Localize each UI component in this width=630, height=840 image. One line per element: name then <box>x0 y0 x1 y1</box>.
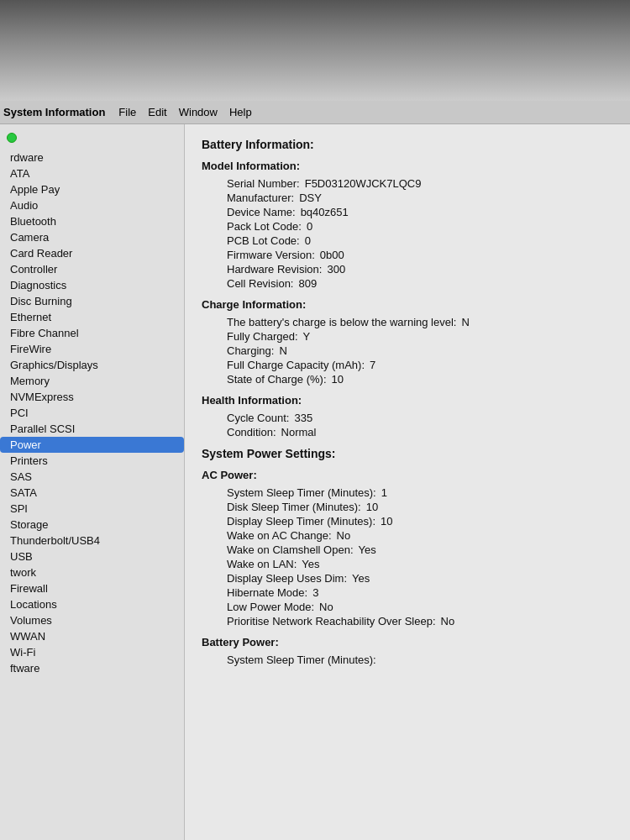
sidebar-item-2[interactable]: Apple Pay <box>0 181 184 197</box>
health-info-label: Health Information: <box>202 394 302 407</box>
ac-power-group: AC Power: System Sleep Timer (Minutes):1… <box>202 469 613 627</box>
info-value-1: Y <box>303 330 311 343</box>
info-value-0: 335 <box>294 412 312 424</box>
sidebar-item-26[interactable]: twork <box>0 564 184 580</box>
sidebar-item-15[interactable]: NVMExpress <box>0 389 184 405</box>
info-label-0: Serial Number: <box>227 177 300 190</box>
info-value-3: 0 <box>307 220 312 233</box>
info-value-1: Normal <box>281 426 317 438</box>
info-row-6: Display Sleep Uses Dim:Yes <box>202 572 613 585</box>
sidebar-item-31[interactable]: Wi-Fi <box>0 644 184 660</box>
sidebar-item-28[interactable]: Locations <box>0 596 184 612</box>
charge-info-label-row: Charge Information: <box>202 298 613 314</box>
info-row-2: Display Sleep Timer (Minutes):10 <box>202 515 613 528</box>
info-label-3: Pack Lot Code: <box>227 220 302 233</box>
info-row-1: Manufacturer:DSY <box>202 192 613 204</box>
info-label-0: Cycle Count: <box>227 412 289 424</box>
info-value-7: 3 <box>312 586 318 599</box>
info-value-4: 10 <box>332 373 344 386</box>
info-value-2: N <box>279 344 286 357</box>
info-label-3: Full Charge Capacity (mAh): <box>227 359 365 371</box>
info-label-9: Prioritise Network Reachability Over Sle… <box>227 615 436 627</box>
info-row-6: Hardware Revision:300 <box>202 263 613 276</box>
info-label-4: State of Charge (%): <box>227 373 327 386</box>
sidebar-item-6[interactable]: Card Reader <box>0 245 184 261</box>
info-value-0: F5D03120WJCK7LQC9 <box>305 177 422 190</box>
info-row-4: Wake on Clamshell Open:Yes <box>202 543 613 556</box>
info-row-4: PCB Lot Code:0 <box>202 234 613 247</box>
sidebar-item-24[interactable]: Thunderbolt/USB4 <box>0 533 184 549</box>
health-info-group: Health Information: Cycle Count:335Condi… <box>202 394 613 438</box>
sidebar-item-19[interactable]: Printers <box>0 453 184 469</box>
info-value-1: 10 <box>366 501 378 513</box>
sidebar-item-11[interactable]: Fibre Channel <box>0 325 184 341</box>
sidebar-item-20[interactable]: SAS <box>0 469 184 485</box>
sidebar-item-10[interactable]: Ethernet <box>0 309 184 325</box>
info-value-5: 0b00 <box>320 249 344 261</box>
info-row-3: Full Charge Capacity (mAh):7 <box>202 359 613 371</box>
info-value-7: 809 <box>298 277 317 290</box>
sidebar-item-7[interactable]: Controller <box>0 261 184 277</box>
menu-edit[interactable]: Edit <box>148 106 166 118</box>
info-label-3: Wake on AC Change: <box>227 529 332 542</box>
sidebar-item-3[interactable]: Audio <box>0 197 184 213</box>
sidebar-item-30[interactable]: WWAN <box>0 628 184 644</box>
app-window: rdwareATAApple PayAudioBluetoothCameraCa… <box>0 124 630 840</box>
app-name: System Information <box>3 106 105 118</box>
info-label-2: Display Sleep Timer (Minutes): <box>227 515 375 528</box>
sidebar-item-13[interactable]: Graphics/Displays <box>0 357 184 373</box>
menu-file[interactable]: File <box>118 106 136 118</box>
menu-help[interactable]: Help <box>229 106 252 118</box>
info-row-3: Pack Lot Code:0 <box>202 220 613 233</box>
info-label-1: Disk Sleep Timer (Minutes): <box>227 501 361 513</box>
top-bezel <box>0 0 630 101</box>
sidebar-item-16[interactable]: PCI <box>0 405 184 421</box>
sidebar: rdwareATAApple PayAudioBluetoothCameraCa… <box>0 124 185 840</box>
info-label-1: Manufacturer: <box>227 192 294 204</box>
info-label-1: Fully Charged: <box>227 330 298 343</box>
info-label-5: Firmware Version: <box>227 249 315 261</box>
info-value-0: 1 <box>381 486 387 499</box>
sidebar-item-5[interactable]: Camera <box>0 229 184 245</box>
info-value-6: Yes <box>352 572 370 585</box>
sidebar-item-1[interactable]: ATA <box>0 165 184 181</box>
green-traffic-light[interactable] <box>7 133 17 143</box>
info-value-3: No <box>337 529 351 542</box>
info-label-2: Charging: <box>227 344 274 357</box>
sidebar-item-17[interactable]: Parallel SCSI <box>0 421 184 437</box>
info-row-7: Hibernate Mode:3 <box>202 586 613 599</box>
info-row-1: Condition:Normal <box>202 426 613 438</box>
sidebar-item-8[interactable]: Diagnostics <box>0 277 184 293</box>
info-label-4: PCB Lot Code: <box>227 234 300 247</box>
sidebar-item-25[interactable]: USB <box>0 549 184 564</box>
sidebar-item-14[interactable]: Memory <box>0 373 184 389</box>
health-info-label-row: Health Information: <box>202 394 613 410</box>
sidebar-item-0[interactable]: rdware <box>0 150 184 165</box>
info-row-9: Prioritise Network Reachability Over Sle… <box>202 615 613 627</box>
sidebar-item-21[interactable]: SATA <box>0 485 184 501</box>
info-label-0: The battery's charge is below the warnin… <box>227 316 456 328</box>
sidebar-item-4[interactable]: Bluetooth <box>0 213 184 229</box>
info-value-5: Yes <box>302 558 319 570</box>
sidebar-item-22[interactable]: SPI <box>0 501 184 517</box>
traffic-lights <box>0 129 184 150</box>
info-row-2: Charging:N <box>202 344 613 357</box>
info-row-0: System Sleep Timer (Minutes): <box>202 654 613 666</box>
sidebar-item-18[interactable]: Power <box>0 437 184 453</box>
info-label-0: System Sleep Timer (Minutes): <box>227 486 376 499</box>
model-info-label: Model Information: <box>202 160 300 172</box>
sidebar-item-29[interactable]: Volumes <box>0 612 184 628</box>
sidebar-item-32[interactable]: ftware <box>0 660 184 676</box>
info-label-1: Condition: <box>227 426 276 438</box>
menu-window[interactable]: Window <box>179 106 218 118</box>
sidebar-item-23[interactable]: Storage <box>0 517 184 533</box>
info-label-6: Display Sleep Uses Dim: <box>227 572 347 585</box>
info-row-0: The battery's charge is below the warnin… <box>202 316 613 328</box>
sidebar-item-27[interactable]: Firewall <box>0 580 184 596</box>
sidebar-item-12[interactable]: FireWire <box>0 341 184 357</box>
sidebar-item-9[interactable]: Disc Burning <box>0 293 184 309</box>
info-row-0: System Sleep Timer (Minutes):1 <box>202 486 613 499</box>
info-row-2: Device Name:bq40z651 <box>202 206 613 218</box>
info-row-4: State of Charge (%):10 <box>202 373 613 386</box>
info-label-2: Device Name: <box>227 206 296 218</box>
